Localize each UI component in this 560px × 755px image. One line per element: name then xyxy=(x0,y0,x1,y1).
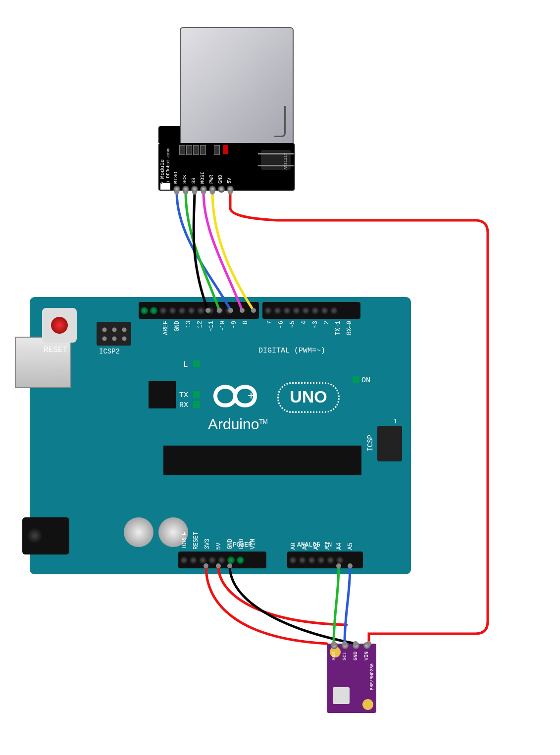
bme-pin-vin xyxy=(363,642,370,649)
analog-header xyxy=(287,552,363,568)
reset-label: RESET xyxy=(44,346,67,354)
sd-card-slot xyxy=(180,27,294,145)
bme280-sensor: BME/BMP280 SDA SCL GND VIN xyxy=(327,644,376,713)
reset-button[interactable] xyxy=(42,308,77,343)
arduino-logo-icon: -+ xyxy=(198,379,272,413)
sd-pin-gnd xyxy=(218,186,225,193)
svg-text:-: - xyxy=(213,387,217,403)
wire-3v3-bme xyxy=(206,566,327,644)
arduino-uno-board: RESET ICSP2 AREF GND 13 12 ~11 ~10 ~9 8 … xyxy=(30,297,411,574)
wire-5v-bus xyxy=(218,566,347,625)
capacitor xyxy=(124,517,153,547)
power-led xyxy=(223,145,228,154)
uno-badge: UNO xyxy=(277,382,340,413)
mounting-hole xyxy=(362,699,373,710)
wire-sd-mosi-d11 xyxy=(204,192,242,310)
bme-pin-scl xyxy=(342,642,349,649)
sd-pin-ss xyxy=(191,186,198,193)
wire-sd-ss-gnd xyxy=(194,192,208,310)
icsp-header xyxy=(377,426,402,461)
sd-pin-5v xyxy=(227,186,234,193)
atmega328p xyxy=(163,446,361,475)
bme-pin-sda xyxy=(331,642,338,649)
wire-sd-sck-d13 xyxy=(186,192,219,310)
bme-pin-gnd xyxy=(353,642,359,649)
wire-sd-miso-d12 xyxy=(177,192,231,310)
digital-header-left xyxy=(139,302,259,319)
power-jack xyxy=(22,517,69,554)
on-led xyxy=(353,376,359,383)
wire-a4-sda xyxy=(334,566,339,644)
l-led xyxy=(193,360,200,367)
usb-port xyxy=(15,337,71,388)
sd-pin-sck xyxy=(182,186,189,193)
arduino-brand: ArduinoTM xyxy=(208,416,268,433)
wire-a5-scl xyxy=(345,566,350,644)
sd-pin-pwr xyxy=(209,186,216,193)
sd-card-module: AMS1117 SD Module (c) DFRobot.com MISO S… xyxy=(158,27,295,191)
sd-module-title: SD Module (c) DFRobot.com xyxy=(159,144,171,189)
sd-pin-miso xyxy=(173,186,180,193)
digital-section-label: DIGITAL (PWM=~) xyxy=(258,347,325,355)
sd-pin-mosi xyxy=(200,186,207,193)
regulator-label: AMS1117 xyxy=(283,153,288,170)
wire-sd-pwr-d10 xyxy=(212,192,254,310)
atmega16u2 xyxy=(149,381,176,408)
digital-header-right xyxy=(262,302,360,319)
icsp2-header xyxy=(97,322,131,346)
power-header xyxy=(178,552,266,568)
sd-logo-icon xyxy=(160,183,170,190)
wiring-diagram: AMS1117 SD Module (c) DFRobot.com MISO S… xyxy=(0,0,560,755)
bme280-chip xyxy=(333,687,350,704)
wire-gnd-bme xyxy=(230,566,356,644)
svg-text:+: + xyxy=(248,389,255,402)
